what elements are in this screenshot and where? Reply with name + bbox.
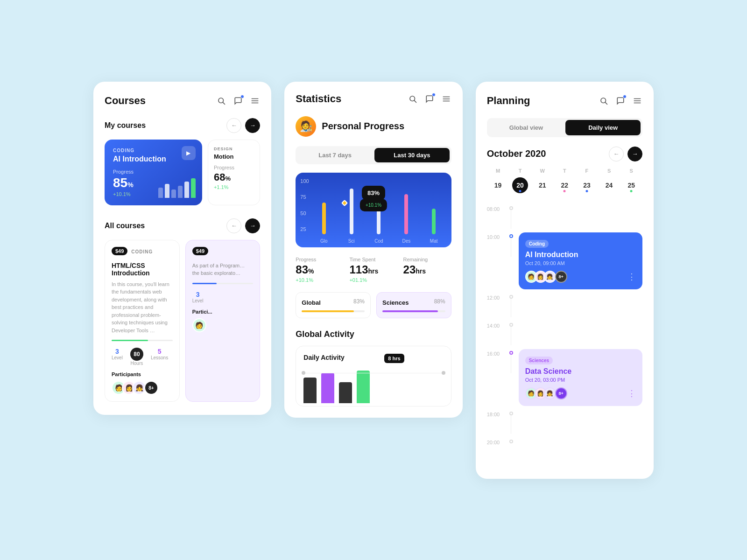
chart-tooltip: 83% +10.1%	[362, 186, 385, 200]
stats-search-icon[interactable]	[408, 94, 418, 104]
time-18: 18:00	[487, 410, 504, 417]
courses-card: Courses My courses ← →	[93, 82, 271, 415]
tl-line-12	[509, 293, 513, 317]
html-title: HTML/CSS Introduction	[112, 262, 173, 277]
global-view-btn[interactable]: Global view	[489, 120, 564, 135]
stats-menu-icon[interactable]	[441, 94, 451, 104]
stat-time-label: Time Spent	[349, 257, 397, 262]
tl-dot-14	[509, 323, 513, 327]
motion-progress-value: 68%	[214, 171, 254, 183]
all-course-html[interactable]: $49 CODING HTML/CSS Introduction In this…	[105, 240, 180, 402]
user-avatar: 🧑‍🎨	[296, 116, 316, 137]
planning-title: Planning	[487, 95, 599, 107]
m2-avatar-1: 🧑	[192, 318, 206, 332]
motion-progress-label: Progress	[214, 165, 254, 170]
event-ai-intro[interactable]: Coding AI Introduction Oct 20, 09:00 AM …	[519, 232, 642, 289]
month-prev-btn[interactable]: ←	[609, 147, 624, 161]
my-courses-nav: ← →	[226, 118, 260, 133]
all-course-motion[interactable]: $49 As part of a Program… the basic expl…	[185, 240, 261, 402]
statistics-card: Statistics 🧑‍🎨 Personal Progress Last 7 …	[284, 82, 462, 418]
course-card-ai-intro[interactable]: CODING AI Introduction ▶ Progress 85% +1…	[105, 140, 202, 205]
my-courses-prev-btn[interactable]: ←	[226, 118, 241, 133]
planning-menu-icon[interactable]	[632, 96, 642, 106]
mini-bar-1	[158, 188, 163, 198]
y-label-25: 25	[300, 226, 309, 232]
time-20: 20:00	[487, 438, 504, 445]
global-activity-title: Global Activity	[296, 329, 451, 339]
cal-date-19[interactable]: 19	[490, 177, 506, 193]
stats-header: Statistics	[296, 93, 451, 105]
ev-more-ds: 8+	[555, 387, 567, 399]
cal-date-20[interactable]: 20	[512, 177, 528, 193]
all-courses-next-btn[interactable]: →	[245, 218, 260, 233]
screens-container: Courses My courses ← →	[93, 82, 654, 479]
all-courses-prev-btn[interactable]: ←	[226, 218, 241, 233]
tl-dot-20	[509, 440, 513, 443]
mini-bar-2	[165, 184, 169, 198]
chart-col-glo	[312, 177, 336, 234]
chart-y-labels: 100 75 50 25	[300, 178, 309, 232]
ev-tag-sciences: Sciences	[525, 357, 553, 364]
period-toggle: Last 7 days Last 30 days	[296, 146, 451, 164]
da-bar-3	[339, 382, 352, 403]
chat-icon[interactable]	[233, 96, 243, 106]
all-courses-section-header: All courses ← →	[105, 218, 260, 233]
da-bar-2	[321, 373, 334, 403]
ev-ai-title: AI Introduction	[525, 251, 636, 259]
cal-date-23[interactable]: 23	[579, 177, 595, 193]
chart-tooltip-sub: +10.1%	[360, 199, 387, 211]
planning-card: Planning Global view Daily view October …	[476, 82, 654, 479]
tl-dot-10	[509, 234, 513, 238]
search-icon[interactable]	[216, 96, 226, 106]
tl-dot-12	[509, 295, 513, 299]
svg-line-1	[223, 102, 225, 104]
all-courses-row: $49 CODING HTML/CSS Introduction In this…	[105, 240, 260, 402]
ev-menu-ds[interactable]: ⋮	[627, 388, 636, 399]
last-30-days-btn[interactable]: Last 30 days	[374, 148, 450, 162]
last-7-days-btn[interactable]: Last 7 days	[297, 148, 373, 162]
subject-bars: Global 83% Sciences 88%	[296, 292, 451, 318]
menu-icon[interactable]	[250, 96, 260, 106]
time-16: 16:00	[487, 349, 504, 357]
course-card-motion[interactable]: DESIGN Motion Progress 68% +1.1%	[208, 140, 260, 205]
timeline-row-16: 16:00 Sciences Data Science Oct 20, 03:0…	[487, 349, 642, 410]
ev-tag-coding: Coding	[525, 240, 549, 248]
motion2-price: $49	[192, 247, 208, 255]
cal-date-25[interactable]: 25	[623, 177, 639, 193]
cal-dot-23	[585, 190, 588, 192]
global-label: Global	[302, 299, 320, 306]
tl-vline-10	[511, 238, 512, 257]
html-lessons-lbl: Lessons	[151, 355, 168, 360]
ev-menu-ai[interactable]: ⋮	[627, 272, 636, 282]
planning-search-icon[interactable]	[599, 96, 609, 106]
stats-chat-icon[interactable]	[424, 94, 435, 104]
stat-time-val: 113hrs	[349, 263, 397, 276]
chart-col-mat	[422, 177, 446, 234]
progress-chart: 100 75 50 25 83% +10.1%	[296, 173, 451, 247]
daily-activity-label: Daily Activity	[303, 354, 443, 361]
motion2-fill	[192, 283, 217, 284]
global-pct: 83%	[353, 298, 365, 305]
cal-date-21[interactable]: 21	[535, 177, 550, 193]
timeline-row-20: 20:00	[487, 438, 642, 466]
time-08: 08:00	[487, 204, 504, 212]
month-next-btn[interactable]: →	[627, 147, 642, 161]
my-courses-next-btn[interactable]: →	[245, 118, 260, 133]
mini-bar-3	[171, 189, 176, 198]
y-label-50: 50	[300, 210, 309, 216]
planning-chat-dot	[623, 95, 627, 98]
tl-vline-16	[511, 355, 512, 373]
tl-line-14	[509, 321, 513, 345]
event-data-science[interactable]: Sciences Data Science Oct 20, 03:00 PM 🧑…	[519, 349, 642, 406]
cal-date-24[interactable]: 24	[601, 177, 617, 193]
bar-wrapper-des	[395, 177, 418, 234]
stat-remaining: Remaining 23hrs	[403, 257, 451, 283]
motion2-stats: 3 Level	[192, 291, 254, 303]
planning-chat-icon[interactable]	[615, 96, 626, 106]
timeline-row-12: 12:00	[487, 293, 642, 321]
daily-view-btn[interactable]: Daily view	[565, 120, 641, 135]
play-btn[interactable]: ▶	[182, 146, 196, 160]
cal-date-22[interactable]: 22	[557, 177, 572, 193]
html-level: 3 Level	[112, 348, 123, 366]
stat-time-change: +01.1%	[349, 277, 397, 283]
